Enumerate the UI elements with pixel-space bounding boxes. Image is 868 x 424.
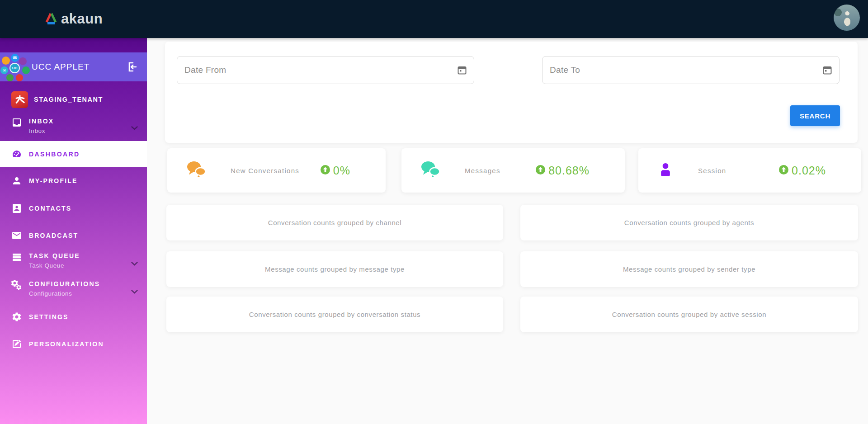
sidebar-item-label: BROADCAST — [29, 230, 78, 241]
akaun-triangle-logo-icon — [44, 11, 58, 27]
edit-square-icon — [11, 339, 22, 349]
trend-up-icon — [779, 164, 788, 177]
date-to-input[interactable] — [542, 56, 840, 84]
chart-placeholder-active-session: Conversation counts grouped by active se… — [520, 297, 858, 332]
sidebar: ☎ ✉ UC UCC APPLET STAGING_TENANT — [0, 38, 147, 424]
sidebar-item-ucc-applet[interactable]: ☎ ✉ UC UCC APPLET — [0, 52, 147, 81]
sidebar-item-configurations[interactable]: CONFIGURATIONS Configurations — [0, 278, 147, 302]
tenant-label: STAGING_TENANT — [34, 96, 103, 103]
chevron-down-icon — [131, 287, 138, 296]
sidebar-item-label: DASHBOARD — [29, 149, 80, 160]
gears-icon — [11, 280, 22, 291]
sidebar-item-personalization[interactable]: PERSONALIZATION — [0, 334, 147, 354]
sidebar-item-label: CONFIGURATIONS — [29, 280, 100, 287]
chart-placeholder-sender-type: Message counts grouped by sender type — [520, 251, 858, 287]
stat-card-messages: Messages 80.68% — [401, 148, 625, 193]
sidebar-item-sublabel: Task Queue — [29, 262, 64, 269]
chart-placeholder-channel: Conversation counts grouped by channel — [166, 205, 503, 240]
chevron-down-icon — [131, 259, 138, 268]
stat-label: Session — [698, 167, 726, 174]
sidebar-item-contacts[interactable]: CONTACTS — [0, 198, 147, 218]
date-to-field — [542, 56, 840, 84]
contacts-book-icon — [11, 203, 22, 214]
sidebar-item-sublabel: Inbox — [29, 127, 45, 134]
chart-placeholder-message-type: Message counts grouped by message type — [166, 251, 503, 287]
trend-up-icon — [321, 164, 330, 177]
stat-card-session: Session 0.02% — [638, 148, 861, 193]
chart-placeholder-title: Message counts grouped by message type — [265, 265, 405, 273]
ucc-apps-cluster-icon: ☎ ✉ UC — [0, 53, 29, 81]
chart-placeholder-agents: Conversation counts grouped by agents — [520, 205, 858, 240]
chat-bubbles-icon — [185, 160, 207, 181]
sidebar-item-staging-tenant[interactable]: STAGING_TENANT — [0, 90, 147, 109]
chart-placeholder-title: Conversation counts grouped by conversat… — [249, 311, 420, 318]
sidebar-item-sublabel: Configurations — [29, 290, 72, 297]
brand-name: akaun — [61, 11, 103, 27]
sidebar-item-task-queue[interactable]: TASK QUEUE Task Queue — [0, 250, 147, 274]
user-avatar[interactable] — [834, 5, 860, 31]
tenant-logo-icon — [11, 91, 28, 108]
chevron-down-icon — [131, 124, 138, 132]
sidebar-item-inbox[interactable]: INBOX Inbox — [0, 116, 147, 137]
sidebar-item-label: SETTINGS — [29, 311, 69, 322]
sidebar-item-settings[interactable]: SETTINGS — [0, 307, 147, 327]
date-filter-panel: SEARCH — [165, 42, 858, 143]
person-icon — [656, 160, 675, 180]
ucc-applet-label: UCC APPLET — [32, 62, 90, 72]
person-icon — [11, 175, 22, 186]
sidebar-item-label: TASK QUEUE — [29, 252, 80, 259]
stat-card-new-conversations: New Conversations 0% — [167, 148, 386, 193]
chart-placeholder-title: Message counts grouped by sender type — [623, 265, 755, 273]
top-navbar: akaun — [0, 0, 868, 38]
envelope-icon — [11, 230, 22, 241]
sidebar-item-broadcast[interactable]: BROADCAST — [0, 226, 147, 245]
search-button[interactable]: SEARCH — [790, 105, 840, 126]
sidebar-item-label: PERSONALIZATION — [29, 339, 104, 349]
stat-value: 0.02% — [779, 164, 826, 177]
exit-applet-icon[interactable] — [125, 61, 138, 75]
sidebar-item-label: MY-PROFILE — [29, 175, 78, 186]
sidebar-item-label: INBOX — [29, 118, 54, 125]
date-from-field — [177, 56, 474, 84]
inbox-icon — [11, 117, 22, 128]
chart-placeholder-conversation-status: Conversation counts grouped by conversat… — [166, 297, 503, 332]
chat-bubbles-icon — [420, 160, 441, 181]
stat-label: New Conversations — [231, 167, 299, 174]
stat-label: Messages — [465, 167, 500, 174]
chart-placeholder-title: Conversation counts grouped by agents — [624, 219, 754, 226]
stat-value: 0% — [321, 164, 350, 177]
chart-placeholder-title: Conversation counts grouped by active se… — [612, 311, 766, 318]
trend-up-icon — [536, 164, 545, 177]
gear-icon — [11, 311, 22, 322]
stat-value: 80.68% — [536, 164, 590, 177]
chart-placeholder-title: Conversation counts grouped by channel — [268, 219, 401, 226]
date-from-input[interactable] — [177, 56, 474, 84]
sidebar-item-dashboard[interactable]: DASHBOARD — [0, 141, 147, 167]
dashboard-gauge-icon — [11, 149, 22, 160]
sidebar-item-label: CONTACTS — [29, 203, 71, 214]
sidebar-item-my-profile[interactable]: MY-PROFILE — [0, 171, 147, 191]
main-content: SEARCH New Conversations 0% — [147, 38, 868, 424]
brand-logo: akaun — [44, 0, 103, 38]
queue-stack-icon — [11, 252, 22, 263]
